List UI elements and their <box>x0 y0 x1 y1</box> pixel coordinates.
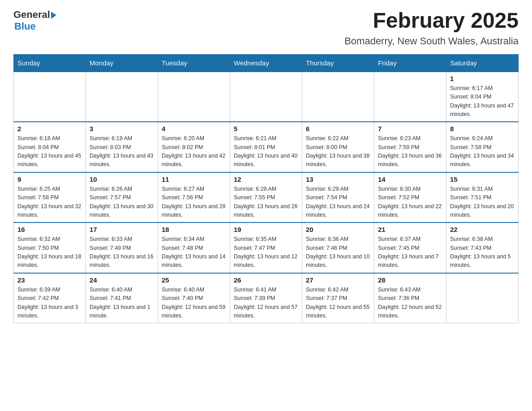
calendar-cell: 12Sunrise: 6:28 AMSunset: 7:55 PMDayligh… <box>230 172 302 223</box>
calendar-cell: 2Sunrise: 6:18 AMSunset: 8:04 PMDaylight… <box>14 122 86 172</box>
day-info: Sunrise: 6:27 AMSunset: 7:56 PMDaylight:… <box>162 185 226 220</box>
day-info: Sunrise: 6:22 AMSunset: 8:00 PMDaylight:… <box>306 134 370 169</box>
calendar-cell: 15Sunrise: 6:31 AMSunset: 7:51 PMDayligh… <box>446 172 519 223</box>
day-number: 11 <box>162 176 226 183</box>
day-info: Sunrise: 6:40 AMSunset: 7:41 PMDaylight:… <box>90 286 154 321</box>
day-number: 12 <box>234 176 298 183</box>
calendar-cell: 7Sunrise: 6:23 AMSunset: 7:59 PMDaylight… <box>374 122 446 172</box>
day-number: 28 <box>378 276 442 284</box>
day-number: 9 <box>17 176 82 183</box>
day-info: Sunrise: 6:30 AMSunset: 7:52 PMDaylight:… <box>378 185 442 220</box>
day-info: Sunrise: 6:34 AMSunset: 7:48 PMDaylight:… <box>162 235 226 270</box>
day-number: 24 <box>90 276 154 284</box>
day-info: Sunrise: 6:21 AMSunset: 8:01 PMDaylight:… <box>234 134 298 169</box>
day-number: 2 <box>17 125 82 133</box>
day-info: Sunrise: 6:23 AMSunset: 7:59 PMDaylight:… <box>378 134 442 169</box>
day-header-monday: Monday <box>86 54 158 72</box>
week-row-1: 1Sunrise: 6:17 AMSunset: 8:04 PMDaylight… <box>14 72 519 122</box>
day-info: Sunrise: 6:26 AMSunset: 7:57 PMDaylight:… <box>90 185 154 220</box>
logo-general: General <box>13 9 50 21</box>
calendar-cell: 14Sunrise: 6:30 AMSunset: 7:52 PMDayligh… <box>374 172 446 223</box>
day-number: 3 <box>90 125 154 133</box>
day-number: 21 <box>378 226 442 233</box>
day-number: 15 <box>450 176 515 183</box>
day-number: 27 <box>306 276 370 284</box>
week-row-3: 9Sunrise: 6:25 AMSunset: 7:58 PMDaylight… <box>14 172 519 223</box>
day-header-tuesday: Tuesday <box>158 54 230 72</box>
calendar-cell: 24Sunrise: 6:40 AMSunset: 7:41 PMDayligh… <box>86 273 158 323</box>
day-number: 5 <box>234 125 298 133</box>
calendar-cell: 10Sunrise: 6:26 AMSunset: 7:57 PMDayligh… <box>86 172 158 223</box>
calendar-table: SundayMondayTuesdayWednesdayThursdayFrid… <box>13 54 519 324</box>
day-info: Sunrise: 6:38 AMSunset: 7:43 PMDaylight:… <box>450 235 515 270</box>
day-number: 17 <box>90 226 154 233</box>
day-number: 4 <box>162 125 226 133</box>
calendar-cell: 6Sunrise: 6:22 AMSunset: 8:00 PMDaylight… <box>302 122 374 172</box>
logo-blue: Blue <box>14 21 36 32</box>
calendar-cell: 18Sunrise: 6:34 AMSunset: 7:48 PMDayligh… <box>158 223 230 273</box>
day-header-sunday: Sunday <box>14 54 86 72</box>
week-row-2: 2Sunrise: 6:18 AMSunset: 8:04 PMDaylight… <box>14 122 519 172</box>
calendar-cell <box>86 72 158 122</box>
day-info: Sunrise: 6:40 AMSunset: 7:40 PMDaylight:… <box>162 286 226 321</box>
calendar-cell: 19Sunrise: 6:35 AMSunset: 7:47 PMDayligh… <box>230 223 302 273</box>
calendar-cell: 28Sunrise: 6:43 AMSunset: 7:36 PMDayligh… <box>374 273 446 323</box>
logo: General Blue <box>13 9 56 32</box>
day-info: Sunrise: 6:31 AMSunset: 7:51 PMDaylight:… <box>450 185 515 220</box>
day-number: 16 <box>17 226 82 233</box>
calendar-cell <box>446 273 519 323</box>
calendar-cell: 5Sunrise: 6:21 AMSunset: 8:01 PMDaylight… <box>230 122 302 172</box>
logo-arrow-icon <box>51 12 56 19</box>
day-number: 26 <box>234 276 298 284</box>
header: General Blue February 2025 Bomaderry, Ne… <box>13 9 519 47</box>
day-number: 22 <box>450 226 515 233</box>
calendar-cell <box>230 72 302 122</box>
calendar-cell: 4Sunrise: 6:20 AMSunset: 8:02 PMDaylight… <box>158 122 230 172</box>
day-number: 19 <box>234 226 298 233</box>
day-info: Sunrise: 6:24 AMSunset: 7:58 PMDaylight:… <box>450 134 515 169</box>
day-info: Sunrise: 6:35 AMSunset: 7:47 PMDaylight:… <box>234 235 298 270</box>
calendar-header-row: SundayMondayTuesdayWednesdayThursdayFrid… <box>14 54 519 72</box>
day-number: 25 <box>162 276 226 284</box>
day-info: Sunrise: 6:32 AMSunset: 7:50 PMDaylight:… <box>17 235 82 270</box>
day-number: 6 <box>306 125 370 133</box>
calendar-cell <box>14 72 86 122</box>
day-info: Sunrise: 6:17 AMSunset: 8:04 PMDaylight:… <box>450 84 515 119</box>
calendar-cell: 16Sunrise: 6:32 AMSunset: 7:50 PMDayligh… <box>14 223 86 273</box>
calendar-cell: 25Sunrise: 6:40 AMSunset: 7:40 PMDayligh… <box>158 273 230 323</box>
month-title: February 2025 <box>344 9 519 33</box>
day-header-friday: Friday <box>374 54 446 72</box>
location-title: Bomaderry, New South Wales, Australia <box>344 35 519 47</box>
day-info: Sunrise: 6:36 AMSunset: 7:46 PMDaylight:… <box>306 235 370 270</box>
day-info: Sunrise: 6:28 AMSunset: 7:55 PMDaylight:… <box>234 185 298 220</box>
week-row-4: 16Sunrise: 6:32 AMSunset: 7:50 PMDayligh… <box>14 223 519 273</box>
day-info: Sunrise: 6:29 AMSunset: 7:54 PMDaylight:… <box>306 185 370 220</box>
day-info: Sunrise: 6:39 AMSunset: 7:42 PMDaylight:… <box>17 286 82 321</box>
day-info: Sunrise: 6:20 AMSunset: 8:02 PMDaylight:… <box>162 134 226 169</box>
day-header-saturday: Saturday <box>446 54 519 72</box>
calendar-cell: 21Sunrise: 6:37 AMSunset: 7:45 PMDayligh… <box>374 223 446 273</box>
week-row-5: 23Sunrise: 6:39 AMSunset: 7:42 PMDayligh… <box>14 273 519 323</box>
day-info: Sunrise: 6:42 AMSunset: 7:37 PMDaylight:… <box>306 286 370 321</box>
calendar-cell <box>374 72 446 122</box>
day-info: Sunrise: 6:25 AMSunset: 7:58 PMDaylight:… <box>17 185 82 220</box>
title-area: February 2025 Bomaderry, New South Wales… <box>344 9 519 47</box>
day-info: Sunrise: 6:43 AMSunset: 7:36 PMDaylight:… <box>378 286 442 321</box>
calendar-cell: 17Sunrise: 6:33 AMSunset: 7:49 PMDayligh… <box>86 223 158 273</box>
day-info: Sunrise: 6:41 AMSunset: 7:39 PMDaylight:… <box>234 286 298 321</box>
day-number: 10 <box>90 176 154 183</box>
calendar-cell: 3Sunrise: 6:19 AMSunset: 8:03 PMDaylight… <box>86 122 158 172</box>
day-number: 20 <box>306 226 370 233</box>
day-number: 8 <box>450 125 515 133</box>
day-header-wednesday: Wednesday <box>230 54 302 72</box>
calendar-cell: 26Sunrise: 6:41 AMSunset: 7:39 PMDayligh… <box>230 273 302 323</box>
day-header-thursday: Thursday <box>302 54 374 72</box>
calendar-cell: 23Sunrise: 6:39 AMSunset: 7:42 PMDayligh… <box>14 273 86 323</box>
calendar-cell: 22Sunrise: 6:38 AMSunset: 7:43 PMDayligh… <box>446 223 519 273</box>
day-number: 18 <box>162 226 226 233</box>
day-info: Sunrise: 6:19 AMSunset: 8:03 PMDaylight:… <box>90 134 154 169</box>
day-number: 14 <box>378 176 442 183</box>
day-number: 7 <box>378 125 442 133</box>
calendar-cell <box>158 72 230 122</box>
calendar-cell: 9Sunrise: 6:25 AMSunset: 7:58 PMDaylight… <box>14 172 86 223</box>
